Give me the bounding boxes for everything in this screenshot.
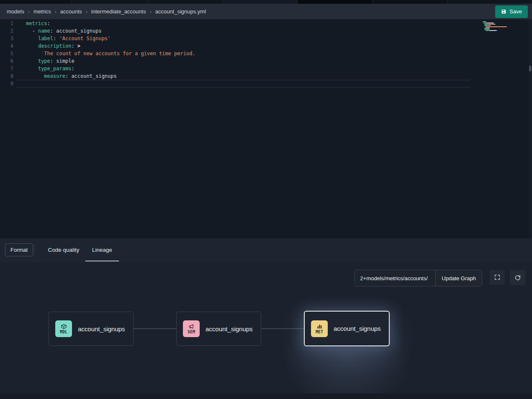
breadcrumb-item-accounts[interactable]: accounts <box>60 8 82 15</box>
node-label: account_signups <box>78 325 125 332</box>
tab-lineage[interactable]: Lineage <box>85 238 119 261</box>
breadcrumb-item-models[interactable]: models <box>7 8 24 15</box>
refresh-button[interactable] <box>510 270 525 285</box>
refresh-icon <box>514 274 521 281</box>
code-line[interactable]: 9 <box>0 80 532 87</box>
fullscreen-icon <box>494 274 501 281</box>
lineage-edge <box>134 328 177 329</box>
breadcrumb-bar: models › metrics › accounts › intermedia… <box>0 4 532 20</box>
vertical-divider <box>34 245 34 255</box>
tab-segment[interactable] <box>298 0 373 4</box>
line-number: 1 <box>0 20 17 27</box>
lineage-canvas[interactable]: Update Graph MDL <box>0 263 532 399</box>
badge-label: MET <box>316 330 323 334</box>
minimap[interactable] <box>483 21 507 31</box>
code-line[interactable]: 8 measure: account_signups <box>0 72 532 80</box>
lineage-node-model[interactable]: MDL account_signups <box>49 312 134 346</box>
editor-scrollbar[interactable] <box>529 20 532 238</box>
fullscreen-button[interactable] <box>490 270 505 285</box>
bar-chart-icon <box>316 323 323 330</box>
code-line[interactable]: 5 The count of new accounts for a given … <box>0 50 532 57</box>
update-graph-button[interactable]: Update Graph <box>435 270 482 286</box>
semantic-badge: SEM <box>183 320 200 337</box>
node-label: account_signups <box>206 325 253 332</box>
format-button[interactable]: Format <box>5 243 33 256</box>
tab-segment[interactable] <box>71 0 149 4</box>
save-button[interactable]: Save <box>495 5 528 18</box>
line-number: 5 <box>0 50 17 57</box>
chevron-right-icon: › <box>28 9 30 15</box>
badge-label: SEM <box>188 330 195 334</box>
code-line[interactable]: 4 description: > <box>0 42 532 50</box>
tab-segment[interactable] <box>0 0 71 4</box>
tab-segment[interactable] <box>447 0 532 4</box>
model-badge: MDL <box>55 320 72 337</box>
code-line[interactable]: 1metrics: <box>0 20 532 27</box>
indent-guide <box>42 50 42 57</box>
tab-segment[interactable] <box>149 0 223 4</box>
lineage-edge <box>262 328 304 329</box>
line-number: 3 <box>0 35 17 42</box>
app-window: models › metrics › accounts › intermedia… <box>0 0 532 399</box>
save-button-label: Save <box>509 8 522 15</box>
line-number: 8 <box>0 72 17 80</box>
breadcrumb-item-intermediate-accounts[interactable]: intermediate_accounts <box>91 8 146 15</box>
window-tabstrip <box>0 0 532 4</box>
tab-segment[interactable] <box>223 0 298 4</box>
breadcrumb-item-metrics[interactable]: metrics <box>33 8 51 15</box>
code-lines: 1metrics:2 - name: account_signups3 labe… <box>0 20 532 87</box>
lineage-node-metric[interactable]: MET account_signups <box>304 311 390 346</box>
lineage-node-semantic-model[interactable]: SEM account_signups <box>176 312 261 346</box>
breadcrumb: models › metrics › accounts › intermedia… <box>7 8 206 15</box>
scrollbar-thumb[interactable] <box>529 66 531 72</box>
code-line[interactable]: 6 type: simple <box>0 57 532 65</box>
megaphone-icon <box>188 323 195 330</box>
lineage-selector-group: Update Graph <box>355 270 482 286</box>
line-number: 6 <box>0 57 17 65</box>
code-line[interactable]: 7 type_params: <box>0 65 532 72</box>
metric-badge: MET <box>311 320 328 337</box>
code-line[interactable]: 3 label: 'Account Signups' <box>0 35 532 42</box>
save-icon <box>501 9 506 14</box>
line-number: 4 <box>0 42 17 50</box>
chevron-right-icon: › <box>150 9 152 15</box>
badge-label: MDL <box>60 330 67 334</box>
line-number: 9 <box>0 80 17 87</box>
lineage-selector-input[interactable] <box>355 270 435 286</box>
bottom-panel: Format Code quality Lineage Update Graph <box>0 238 532 399</box>
chevron-right-icon: › <box>55 9 57 15</box>
canvas-footer <box>0 394 532 399</box>
tab-segment[interactable] <box>373 0 447 4</box>
node-label: account_signups <box>334 325 381 332</box>
code-editor[interactable]: 1metrics:2 - name: account_signups3 labe… <box>0 20 532 238</box>
chevron-right-icon: › <box>86 9 87 15</box>
code-line[interactable]: 2 - name: account_signups <box>0 27 532 35</box>
line-number: 7 <box>0 65 17 72</box>
line-number: 2 <box>0 27 17 35</box>
tab-code-quality[interactable]: Code quality <box>43 238 84 261</box>
breadcrumb-item-file[interactable]: account_signups.yml <box>155 8 206 15</box>
cube-icon <box>61 323 67 330</box>
